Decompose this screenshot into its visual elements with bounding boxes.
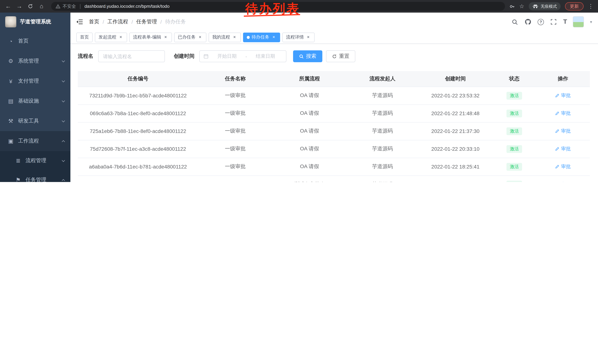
- close-icon[interactable]: ×: [198, 35, 203, 40]
- todo-table: 任务编号 任务名称 所属流程 流程发起人 创建时间 状态 操作 73211d9d…: [78, 71, 590, 182]
- browser-menu-icon[interactable]: ⋮: [588, 3, 594, 10]
- tab-home[interactable]: 首页: [76, 32, 93, 42]
- github-icon[interactable]: [524, 18, 532, 25]
- process-list-icon: ≣: [15, 157, 22, 164]
- search-icon[interactable]: [511, 18, 518, 25]
- tab-label: 发起流程: [99, 34, 116, 40]
- workflow-submenu: ≣ 流程管理 ⚑ 任务管理 ☺ 我的流程 待办任务: [0, 151, 70, 182]
- cell-process: OA 请假: [272, 87, 347, 105]
- col-task-name: 任务名称: [198, 71, 273, 87]
- sidebar-item-infra[interactable]: ▤ 基础设施: [0, 91, 70, 111]
- help-icon[interactable]: ?: [538, 19, 544, 25]
- breadcrumb-separator: /: [103, 19, 104, 25]
- omnibox-divider: [80, 4, 80, 9]
- close-icon[interactable]: ×: [232, 35, 237, 40]
- approve-button[interactable]: 审批: [555, 128, 571, 134]
- table-row: 725a1eb6-7b88-11ec-8ef0-acde48001122 一级审…: [78, 122, 590, 140]
- browser-reload-icon[interactable]: [25, 1, 36, 11]
- browser-home-icon[interactable]: ⌂: [36, 1, 47, 11]
- breadcrumb-separator: /: [160, 19, 162, 25]
- task-flag-icon: ⚑: [15, 177, 22, 182]
- infra-icon: ▤: [8, 98, 14, 105]
- sidebar-item-home[interactable]: ◔ 首页: [0, 31, 70, 51]
- browser-forward-icon[interactable]: →: [14, 1, 25, 11]
- cell-created: 2022-01-22 21:37:30: [418, 122, 493, 140]
- search-icon: [299, 54, 304, 59]
- chevron-up-icon: [62, 179, 65, 182]
- screenshot-root: ← → ⌂ 不安全 dashboard.yudao.iocoder.cn/bpm…: [0, 0, 598, 182]
- approve-button[interactable]: 审批: [555, 181, 571, 182]
- sidebar-item-label: 研发工具: [18, 118, 58, 124]
- security-indicator[interactable]: 不安全: [56, 3, 76, 9]
- sidebar-fold-icon[interactable]: [76, 19, 83, 25]
- sidebar-item-payment[interactable]: ¥ 支付管理: [0, 71, 70, 91]
- table-row: 73211d9d-7b9b-11ec-b5b7-acde48001122 一级审…: [78, 87, 590, 105]
- cell-created: 2022-01-22 18:25:41: [418, 158, 493, 176]
- chevron-down-icon: [62, 119, 65, 122]
- chevron-down-icon: [62, 159, 65, 162]
- sidebar-item-system[interactable]: ⚙ 系统管理: [0, 51, 70, 71]
- col-task-id: 任务编号: [78, 71, 198, 87]
- close-icon[interactable]: ×: [306, 35, 311, 40]
- breadcrumb-home[interactable]: 首页: [89, 18, 99, 25]
- page-content: 流程名 创建时间 开始日期 - 结束日期 搜索: [70, 44, 598, 182]
- reset-button[interactable]: 重置: [326, 50, 355, 62]
- close-icon[interactable]: ×: [163, 35, 168, 40]
- cell-process: 测试多审批人: [272, 176, 347, 182]
- avatar[interactable]: [573, 16, 584, 27]
- tab-label: 流程表单-编辑: [133, 34, 161, 40]
- cell-task-id: 75d72608-7b7f-11ec-a3c8-acde48001122: [78, 140, 198, 158]
- fullscreen-icon[interactable]: [550, 18, 557, 25]
- sidebar-item-process-mgmt[interactable]: ≣ 流程管理: [0, 151, 70, 170]
- sidebar-item-devtools[interactable]: ⚒ 研发工具: [0, 111, 70, 131]
- breadcrumb-task-mgmt[interactable]: 任务管理: [136, 18, 157, 25]
- tab-start-process[interactable]: 发起流程 ×: [95, 32, 127, 42]
- sidebar-item-task-mgmt[interactable]: ⚑ 任务管理: [0, 170, 70, 182]
- refresh-icon: [332, 54, 337, 59]
- incognito-label: 无痕模式: [540, 4, 557, 9]
- breadcrumb-separator: /: [132, 19, 133, 25]
- approve-button[interactable]: 审批: [555, 110, 571, 117]
- approve-button[interactable]: 审批: [555, 92, 571, 99]
- page-url: dashboard.yudao.iocoder.cn/bpm/task/todo: [84, 4, 169, 9]
- close-icon[interactable]: ×: [118, 35, 123, 40]
- browser-update-button[interactable]: 更新: [565, 2, 583, 10]
- browser-back-icon[interactable]: ←: [3, 1, 13, 11]
- search-button[interactable]: 搜索: [293, 50, 322, 62]
- date-range-picker[interactable]: 开始日期 - 结束日期: [199, 50, 286, 62]
- avatar-caret-icon[interactable]: ▾: [590, 19, 592, 24]
- key-icon[interactable]: [509, 4, 515, 9]
- col-status: 状态: [493, 71, 536, 87]
- end-date-placeholder: 结束日期: [249, 53, 282, 60]
- breadcrumb-workflow[interactable]: 工作流程: [108, 18, 128, 25]
- bookmark-star-icon[interactable]: ☆: [519, 3, 524, 10]
- cell-task-id: 8f0d1619-7ac8-11ec-a9e2-a2380e71991a: [78, 176, 198, 182]
- col-initiator: 流程发起人: [347, 71, 418, 87]
- dashboard-icon: ◔: [8, 38, 14, 44]
- chevron-down-icon: [62, 59, 65, 62]
- tab-my-process[interactable]: 我的流程 ×: [208, 32, 241, 42]
- incognito-badge: 无痕模式: [529, 2, 561, 10]
- sidebar-item-workflow[interactable]: ▣ 工作流程: [0, 131, 70, 151]
- navbar-actions: ? T ▾: [511, 16, 592, 27]
- gear-icon: ⚙: [8, 58, 14, 65]
- close-icon[interactable]: ×: [271, 35, 276, 40]
- font-size-icon[interactable]: T: [563, 18, 567, 25]
- app-logo-row[interactable]: 芋道管理系统: [0, 13, 70, 31]
- breadcrumb-current: 待办任务: [165, 18, 186, 25]
- tab-process-form-edit[interactable]: 流程表单-编辑 ×: [129, 32, 172, 42]
- tab-todo-task[interactable]: 待办任务 ×: [243, 32, 280, 42]
- approve-button[interactable]: 审批: [555, 146, 571, 152]
- reset-button-label: 重置: [339, 53, 349, 60]
- cell-task-name: 一级审批: [198, 158, 273, 176]
- cell-task-name: 一级审批: [198, 140, 273, 158]
- tab-process-detail[interactable]: 流程详情 ×: [282, 32, 315, 42]
- main-area: 首页 / 工作流程 / 任务管理 / 待办任务 ?: [70, 13, 598, 182]
- approve-button[interactable]: 审批: [555, 163, 571, 170]
- cell-initiator: 芋道源码: [347, 87, 418, 105]
- table-row: 75d72608-7b7f-11ec-a3c8-acde48001122 一级审…: [78, 140, 590, 158]
- cell-initiator: 芋道源码: [347, 158, 418, 176]
- tab-done-task[interactable]: 已办任务 ×: [174, 32, 206, 42]
- sidebar: 芋道管理系统 ◔ 首页 ⚙ 系统管理 ¥ 支付管理 ▤ 基础设施: [0, 13, 70, 182]
- process-name-input[interactable]: [98, 50, 165, 62]
